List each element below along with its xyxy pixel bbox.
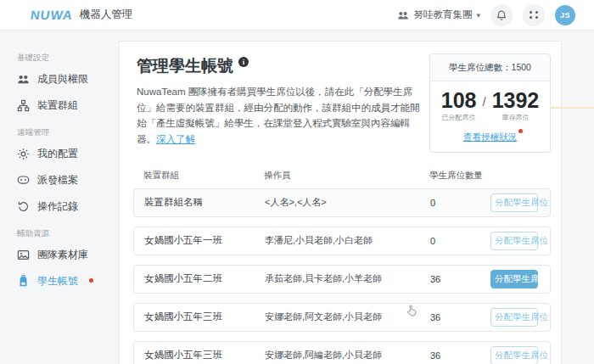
operators-cell: <人名>,<人名> <box>265 196 430 209</box>
dispatch-files-icon <box>17 174 30 187</box>
page-title: 管理學生帳號 <box>137 55 233 77</box>
sidebar: 基礎設定成員與權限裝置群組遠端管理我的配置派發檔案操作記錄輔助資源團隊素材庫學生… <box>0 31 119 294</box>
stock-value: 1392 <box>492 90 540 111</box>
assign-seats-button[interactable]: 分配學生席位 <box>490 232 538 250</box>
table-row: 女媧國小五年三班 安娜老師,阿編老師,小貝老師 36 分配學生席位 <box>133 341 551 364</box>
org-users-icon <box>397 9 409 21</box>
highlight-line <box>550 107 594 109</box>
allocated-label: 已分配席位 <box>441 113 477 122</box>
sidebar-section-label: 輔助資源 <box>17 228 119 239</box>
notification-dot <box>89 278 93 283</box>
table-row: 裝置群組名稱 <人名>,<人名> 0 分配學生席位 <box>133 188 551 217</box>
group-cell: 裝置群組名稱 <box>144 196 265 209</box>
sidebar-item-label: 派發檔案 <box>37 173 78 188</box>
table-header: 裝置群組 操作員 學生席位數量 <box>133 170 551 182</box>
sidebar-item-history[interactable]: 操作記錄 <box>17 193 119 220</box>
license-status-link[interactable]: 查看授權狀況 <box>463 132 517 142</box>
notification-dot <box>518 129 523 133</box>
sidebar-item-my-config[interactable]: 我的配置 <box>17 141 119 167</box>
org-selector[interactable]: 努哇教育集團 ▾ <box>397 8 480 21</box>
group-name: 裝置群組名稱 <box>144 196 203 209</box>
seat-count: 36 <box>430 312 490 322</box>
col-seat-count: 學生席位數量 <box>429 170 490 182</box>
sidebar-item-dispatch-files[interactable]: 派發檔案 <box>17 167 119 193</box>
grid-dots-icon <box>530 11 539 19</box>
seat-stats-card: 學生席位總數：1500 108 已分配席位 / 1392 庫存席位 查看授權狀況 <box>429 53 551 153</box>
operators-cell: 李潘尼,小貝老師,小白老師 <box>265 234 430 247</box>
allocated-value: 108 <box>441 90 477 111</box>
seat-count: 0 <box>430 198 490 208</box>
group-cell: 女媧國小五年三班 <box>144 349 265 361</box>
device-group-table: 裝置群組 操作員 學生席位數量 裝置群組名稱 <人名>,<人名> 0 分配學生席… <box>133 170 551 364</box>
table-row: 女媧國小五年三班 安娜老師,阿文老師,小貝老師 36 分配學生席位 <box>133 303 551 332</box>
main-content-card: 管理學生帳號 i NuwaTeam 團隊擁有者購買學生席位以後，請在此「分配學生… <box>119 41 562 364</box>
seat-count: 36 <box>430 274 490 284</box>
group-cell: 女媧國小五年三班 <box>144 311 265 323</box>
table-row: 女媧國小五年一班 李潘尼,小貝老師,小白老師 0 分配學生席位 <box>133 227 551 255</box>
sidebar-item-users[interactable]: 成員與權限 <box>17 66 119 92</box>
page-description: NuwaTeam 團隊擁有者購買學生席位以後，請在此「分配學生席位」給需要的裝置… <box>137 84 420 148</box>
stock-label: 庫存席位 <box>492 113 540 122</box>
sidebar-item-media-library[interactable]: 團隊素材庫 <box>17 242 119 268</box>
assign-seats-button[interactable]: 分配學生席位 <box>490 193 538 212</box>
group-name: 女媧國小五年一班 <box>144 234 222 247</box>
mouse-cursor-icon <box>406 304 417 317</box>
assign-seats-button[interactable]: 分配學生席位 <box>490 308 538 327</box>
info-icon[interactable]: i <box>238 57 249 67</box>
seat-count: 36 <box>430 350 490 361</box>
allocated-seats: 108 已分配席位 <box>441 90 477 122</box>
media-library-icon <box>17 249 30 261</box>
app-title: 機器人管理 <box>80 8 133 22</box>
col-operators: 操作員 <box>264 170 429 182</box>
device-groups-icon <box>17 99 30 112</box>
operators-cell: 承茹老師,貝卡老師,小羊老師 <box>265 272 430 285</box>
sidebar-section-label: 基礎設定 <box>17 53 119 64</box>
apps-grid-button[interactable] <box>523 4 545 26</box>
group-cell: 女媧國小五年二班 <box>144 272 265 285</box>
sidebar-item-label: 操作記錄 <box>37 199 78 214</box>
seat-total-header: 學生席位總數：1500 <box>430 54 550 81</box>
student-accounts-icon <box>17 275 30 288</box>
history-icon <box>17 200 30 213</box>
sidebar-item-label: 我的配置 <box>37 147 78 161</box>
sidebar-item-student-accounts[interactable]: 學生帳號 <box>17 268 119 294</box>
group-name: 女媧國小五年三班 <box>144 349 222 361</box>
sidebar-item-label: 團隊素材庫 <box>37 248 88 262</box>
nuwa-logo: NUWA <box>30 8 74 22</box>
users-icon <box>17 73 30 86</box>
top-bar: NUWA 機器人管理 努哇教育集團 ▾ JS <box>0 0 594 31</box>
stock-seats: 1392 庫存席位 <box>492 90 540 122</box>
sidebar-item-label: 裝置群組 <box>37 98 78 113</box>
bell-icon <box>496 9 507 21</box>
col-device-group: 裝置群組 <box>143 170 264 182</box>
chevron-down-icon: ▾ <box>476 11 480 20</box>
table-row: 女媧國小五年二班 承茹老師,貝卡老師,小羊老師 36 分配學生席位 <box>133 265 551 294</box>
operators-cell: 安娜老師,阿編老師,小貝老師 <box>265 349 430 361</box>
avatar[interactable]: JS <box>555 5 575 25</box>
group-name: 女媧國小五年二班 <box>144 272 222 285</box>
brand: NUWA 機器人管理 <box>31 8 132 22</box>
sidebar-item-label: 學生帳號 <box>37 274 78 288</box>
seat-count: 0 <box>430 236 490 246</box>
learn-more-link[interactable]: 深入了解 <box>156 134 195 144</box>
sidebar-item-device-groups[interactable]: 裝置群組 <box>17 92 119 119</box>
sidebar-section-label: 遠端管理 <box>17 127 119 138</box>
assign-seats-button[interactable]: 分配學生席位 <box>490 270 538 288</box>
group-cell: 女媧國小五年一班 <box>144 234 265 247</box>
org-name: 努哇教育集團 <box>413 8 472 21</box>
sidebar-item-label: 成員與權限 <box>37 72 88 87</box>
my-config-icon <box>17 148 30 160</box>
slash-divider: / <box>482 94 485 109</box>
group-name: 女媧國小五年三班 <box>144 311 222 323</box>
assign-seats-button[interactable]: 分配學生席位 <box>490 346 538 364</box>
notifications-button[interactable] <box>490 4 513 26</box>
